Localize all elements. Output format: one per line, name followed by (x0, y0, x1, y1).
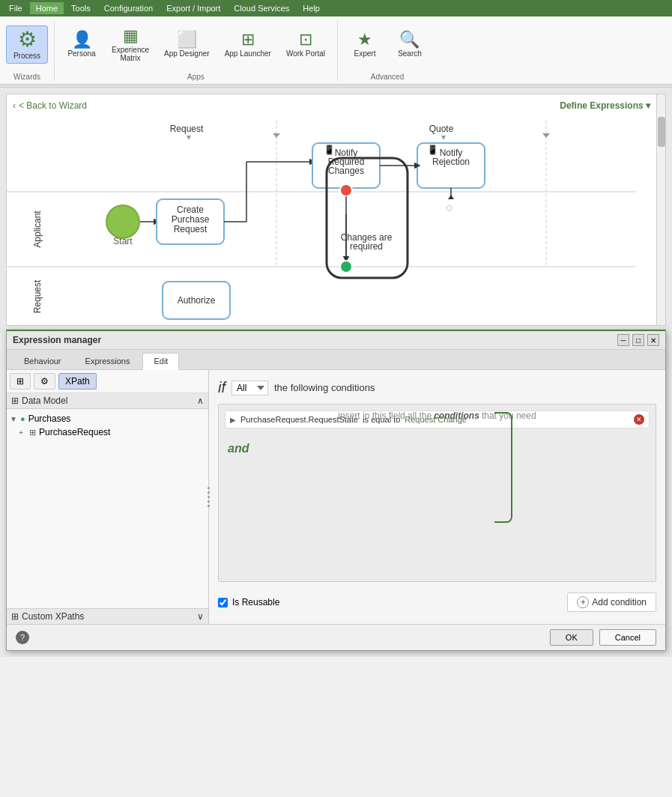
app-designer-icon: ⬜ (177, 31, 197, 48)
is-reusable-checkbox[interactable] (218, 598, 228, 607)
app-launcher-icon: ⊞ (241, 31, 255, 48)
menu-cloud-services[interactable]: Cloud Services (228, 2, 295, 14)
ribbon-btn-work-portal[interactable]: ⊡ Work Portal (280, 28, 331, 61)
dialog-titlebar: Expression manager ─ □ ✕ (7, 331, 665, 350)
ribbon-btn-search[interactable]: 🔍 Search (389, 28, 431, 61)
settings-icon: ⚙ (40, 376, 49, 387)
add-condition-btn[interactable]: + Add condition (567, 593, 656, 612)
svg-marker-38 (448, 195, 454, 199)
svg-marker-8 (273, 133, 280, 138)
dialog-title: Expression manager (13, 335, 101, 345)
tree-item-purchases[interactable]: ▼ ● Purchases (10, 412, 205, 425)
back-to-wizard-label: < Back to Wizard (19, 100, 87, 111)
svg-text:Applicant: Applicant (32, 210, 43, 248)
expand-icon-pr: + (19, 428, 26, 437)
svg-marker-43 (441, 136, 446, 140)
svg-point-31 (340, 261, 352, 273)
ribbon-btn-app-designer[interactable]: ⬜ App Designer (158, 28, 216, 61)
process-diagram: Applicant Request Request Quote Start Cr… (7, 117, 665, 326)
expert-icon: ★ (357, 31, 372, 48)
condition-expand-btn[interactable]: ▶ (230, 416, 236, 424)
condition-value: Request Change (405, 415, 629, 424)
bottom-section: ⊞ Custom XPaths ∨ (7, 608, 208, 624)
condition-field: PurchaseRequest.RequestState (240, 415, 358, 424)
and-keyword: and (228, 442, 249, 455)
persona-label: Persona (67, 49, 95, 58)
conditions-box: insert in this field all the conditions … (218, 404, 656, 582)
process-label: Process (13, 52, 40, 60)
tab-behaviour[interactable]: Behaviour (13, 353, 73, 369)
menu-export-import[interactable]: Export / Import (160, 2, 226, 14)
is-reusable-container: Is Reusable (218, 597, 279, 607)
tree-collapse-icon[interactable]: ∧ (197, 396, 204, 406)
dialog-maximize-btn[interactable]: □ (632, 334, 644, 346)
ribbon-btn-process[interactable]: ⚙ Process (6, 25, 48, 64)
tab-edit[interactable]: Edit (142, 353, 179, 370)
data-model-tree-icon: ⊞ (11, 396, 19, 406)
dialog-minimize-btn[interactable]: ─ (617, 334, 629, 346)
wizards-group-label: Wizards (13, 70, 40, 81)
svg-text:Changes: Changes (328, 166, 364, 176)
help-icon[interactable]: ? (16, 631, 29, 644)
data-model-icon: ⊞ (16, 376, 24, 387)
menu-tools[interactable]: Tools (65, 2, 97, 14)
menu-help[interactable]: Help (297, 2, 326, 14)
condition-all-select[interactable]: All Any (231, 381, 268, 396)
experience-matrix-label: ExperienceMatrix (112, 46, 149, 62)
ok-button[interactable]: OK (550, 629, 593, 646)
main-area: ‹ < Back to Wizard Define Expressions ▾ … (0, 88, 672, 657)
dialog-close-btn[interactable]: ✕ (647, 334, 659, 346)
search-label: Search (398, 49, 422, 58)
back-to-wizard-btn[interactable]: ‹ < Back to Wizard (13, 100, 87, 111)
tree-item-purchase-request[interactable]: + ⊞ PurchaseRequest (10, 425, 205, 439)
data-model-btn[interactable]: ⊞ (10, 373, 31, 390)
ribbon-btn-expert[interactable]: ★ Expert (344, 28, 386, 61)
svg-text:Quote: Quote (429, 124, 454, 134)
app-designer-label: App Designer (164, 49, 210, 58)
condition-header: if All Any the following conditions (218, 379, 656, 396)
persona-icon: 👤 (72, 31, 92, 48)
dialog-tabs: Behaviour Expressions Edit (7, 350, 665, 370)
ribbon-btn-persona[interactable]: 👤 Persona (61, 28, 103, 61)
xpath-label: XPath (65, 376, 90, 387)
apps-group-label: Apps (187, 70, 205, 81)
condition-delete-btn[interactable]: ✕ (634, 414, 644, 425)
experience-matrix-icon: ▦ (123, 28, 139, 44)
menu-file[interactable]: File (3, 2, 28, 14)
if-keyword: if (218, 379, 225, 396)
ribbon-group-advanced: ★ Expert 🔍 Search Advanced (338, 19, 437, 81)
ribbon-btn-app-launcher[interactable]: ⊞ App Launcher (219, 28, 277, 61)
purchase-request-icon: ⊞ (29, 428, 36, 437)
svg-text:Request: Request (174, 224, 208, 234)
tree-header: ⊞ Data Model ∧ (7, 393, 208, 409)
menu-bar: File Home Tools Configuration Export / I… (0, 0, 672, 16)
purchase-request-label: PurchaseRequest (39, 427, 110, 437)
menu-configuration[interactable]: Configuration (98, 2, 159, 14)
cancel-button[interactable]: Cancel (599, 629, 656, 646)
add-condition-label: Add condition (592, 597, 647, 607)
custom-xpath-icon: ⊞ (11, 611, 19, 622)
resize-handle[interactable] (205, 370, 211, 624)
tree-header-label: Data Model (22, 396, 67, 406)
work-portal-label: Work Portal (286, 49, 325, 58)
svg-text:📱: 📱 (324, 144, 335, 155)
custom-xpath-label: Custom XPaths (22, 611, 84, 622)
purchases-label: Purchases (28, 413, 71, 424)
settings-btn[interactable]: ⚙ (34, 373, 55, 390)
is-reusable-label: Is Reusable (232, 597, 279, 607)
back-arrow-icon: ‹ (13, 100, 16, 111)
bottom-expand-icon[interactable]: ∨ (197, 611, 204, 622)
svg-text:Request: Request (170, 124, 204, 134)
define-expressions-btn[interactable]: Define Expressions ▾ (560, 100, 650, 111)
svg-text:Start: Start (113, 236, 133, 246)
tab-expressions[interactable]: Expressions (74, 353, 142, 369)
search-icon: 🔍 (399, 31, 420, 48)
menu-home[interactable]: Home (30, 2, 64, 14)
ribbon-btn-experience-matrix[interactable]: ▦ ExperienceMatrix (106, 25, 155, 65)
svg-text:◇: ◇ (446, 202, 453, 213)
expand-icon: ▼ (10, 415, 17, 423)
dialog-controls: ─ □ ✕ (617, 334, 659, 346)
app-launcher-label: App Launcher (225, 49, 271, 58)
xpath-btn[interactable]: XPath (58, 373, 97, 390)
dialog-body: ⊞ ⚙ XPath ⊞ Data Model ∧ (7, 370, 665, 624)
